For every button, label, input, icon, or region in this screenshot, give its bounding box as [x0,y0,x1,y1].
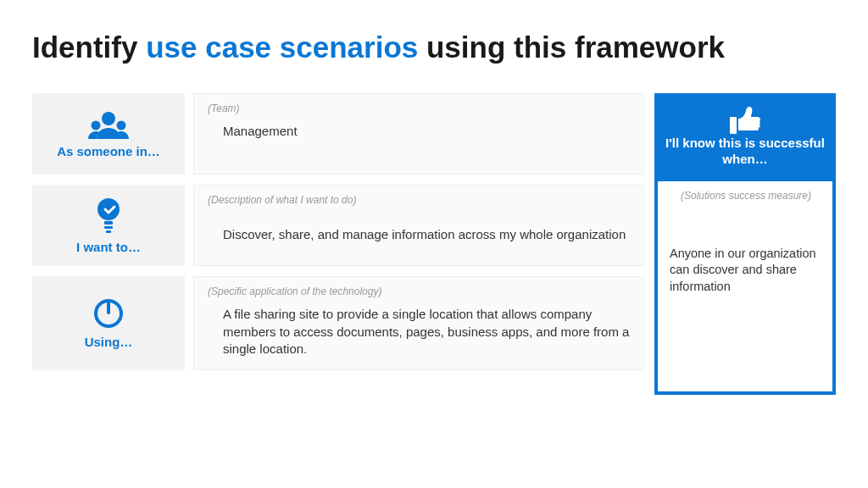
people-icon [88,110,129,139]
body-team: Management [208,123,630,140]
hint-using: (Specific application of the technology) [208,286,630,297]
svg-rect-9 [730,117,737,134]
title-pre: Identify [32,30,146,64]
page-title: Identify use case scenarios using this f… [32,30,836,64]
body-using: A file sharing site to provide a single … [208,306,630,358]
label-want-text: I want to… [76,240,141,254]
content-columns: As someone in… (Team) Management [32,93,836,395]
svg-rect-6 [106,230,111,233]
card-using: (Specific application of the technology)… [193,276,644,370]
svg-rect-5 [104,226,113,229]
label-team-text: As someone in… [57,144,160,158]
success-header: I'll know this is successful when… [654,93,836,181]
thumbs-up-icon [663,105,827,136]
body-want: Discover, share, and manage information … [208,214,630,243]
label-team: As someone in… [32,93,185,175]
svg-rect-4 [104,221,113,225]
label-using-text: Using… [85,335,133,349]
row-team: As someone in… (Team) Management [32,93,644,175]
svg-point-0 [102,112,115,125]
svg-point-1 [92,120,101,130]
title-accent: use case scenarios [146,30,418,64]
hint-want: (Description of what I want to do) [208,194,630,206]
label-want: I want to… [32,185,185,266]
card-want: (Description of what I want to do) Disco… [193,185,644,266]
hint-team: (Team) [208,103,630,114]
row-want: I want to… (Description of what I want t… [32,185,644,266]
card-team: (Team) Management [193,93,644,175]
success-heading: I'll know this is successful when… [663,136,827,168]
success-card: (Solutions success measure) Anyone in ou… [654,181,836,395]
success-body: Anyone in our organization can discover … [670,246,822,296]
power-icon [92,297,125,330]
left-column: As someone in… (Team) Management [32,93,644,395]
lightbulb-icon [94,197,123,235]
title-post: using this framework [418,30,725,64]
row-using: Using… (Specific application of the tech… [32,276,644,370]
slide: Identify use case scenarios using this f… [0,0,868,412]
right-column: I'll know this is successful when… (Solu… [654,93,836,395]
success-hint: (Solutions success measure) [670,190,822,202]
label-using: Using… [32,276,185,370]
svg-point-3 [97,198,120,220]
svg-point-2 [117,120,126,130]
